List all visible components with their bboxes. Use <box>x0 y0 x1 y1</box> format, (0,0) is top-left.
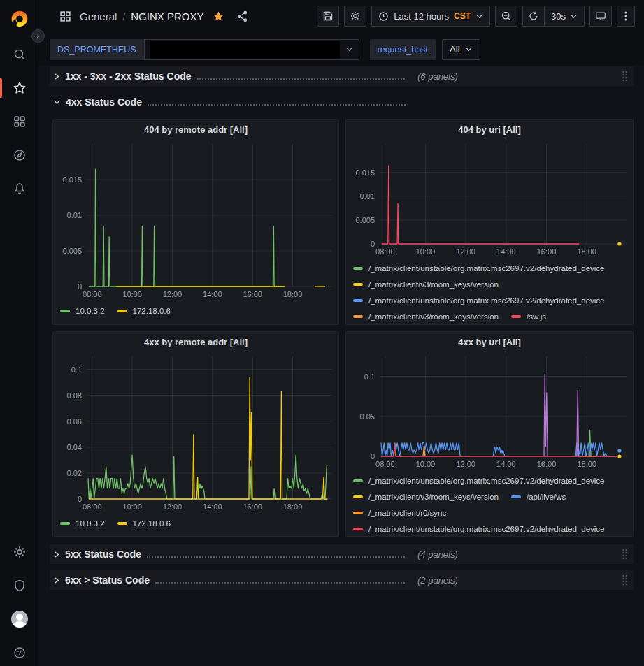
time-range-picker[interactable]: Last 12 hours CST <box>371 6 490 27</box>
svg-text:14:00: 14:00 <box>203 502 222 511</box>
kebab-menu-button[interactable] <box>617 6 635 27</box>
legend-series-color <box>60 310 70 312</box>
legend-series-label: /_matrix/client/v3/room_keys/version <box>368 493 499 501</box>
legend-series-label: /_matrix/client/v3/room_keys/version <box>368 280 499 289</box>
starred-icon[interactable] <box>0 74 38 102</box>
save-dashboard-button[interactable] <box>317 6 339 27</box>
favorite-star-icon[interactable] <box>209 8 227 26</box>
time-series-plot[interactable]: 00.050.108:0010:0012:0014:0016:0018:00 <box>349 354 630 472</box>
panel-title[interactable]: 4xx by remote addr [All] <box>53 332 338 352</box>
row-1xx-3xx-2xx[interactable]: 1xx - 3xx - 2xx Status Code (6 panels) <box>50 66 634 86</box>
legend-series-color <box>511 315 521 318</box>
legend-series-color <box>353 528 363 530</box>
legend-item[interactable]: 172.18.0.6 <box>117 515 171 531</box>
legend-item[interactable]: /_matrix/client/r0/sync <box>353 505 446 521</box>
legend-series-label: 172.18.0.6 <box>133 519 171 528</box>
time-series-plot[interactable]: 00.0050.010.01508:0010:0012:0014:0016:00… <box>56 142 336 303</box>
share-icon[interactable] <box>233 8 251 26</box>
legend-item[interactable]: /sw.js <box>511 308 546 324</box>
legend-item[interactable]: /_matrix/client/unstable/org.matrix.msc2… <box>353 472 605 488</box>
time-series-plot[interactable]: 00.020.040.060.080.108:0010:0012:0014:00… <box>56 354 336 515</box>
breadcrumb-section[interactable]: General <box>80 10 117 22</box>
alerting-bell-icon[interactable] <box>0 175 38 203</box>
grafana-logo[interactable] <box>9 9 30 30</box>
datasource-variable-select[interactable] <box>144 39 359 60</box>
panel-legend: /_matrix/client/unstable/org.matrix.msc2… <box>353 260 631 324</box>
row-4xx[interactable]: 4xx Status Code <box>50 92 634 112</box>
svg-text:08:00: 08:00 <box>83 290 102 298</box>
sidebar-expand-button[interactable]: › <box>31 29 45 43</box>
svg-text:12:00: 12:00 <box>163 502 183 511</box>
dashboards-icon[interactable] <box>0 108 38 136</box>
chart-svg: 00.0050.010.01508:0010:0012:0014:0016:00… <box>56 142 336 300</box>
tv-cycle-view-button[interactable] <box>589 6 612 27</box>
panel-title[interactable]: 404 by uri [All] <box>346 120 633 139</box>
legend-item[interactable]: /_matrix/client/unstable/org.matrix.msc2… <box>353 521 605 536</box>
legend-item[interactable]: /_matrix/client/unstable/org.matrix.msc2… <box>353 260 605 276</box>
legend-series-label: 10.0.3.2 <box>76 519 105 528</box>
explore-compass-icon[interactable] <box>0 141 38 169</box>
redacted-datasource-value <box>150 41 340 59</box>
svg-text:16:00: 16:00 <box>537 247 557 256</box>
row-drag-handle[interactable] <box>622 71 628 85</box>
row-drag-handle[interactable] <box>622 574 628 588</box>
top-navigation-bar: General / NGINX PROXY Last 12 hours CST <box>38 0 644 33</box>
legend-series-color <box>353 283 363 286</box>
help-icon[interactable]: ? <box>0 639 38 666</box>
refresh-button[interactable] <box>522 6 545 27</box>
chevron-right-icon <box>52 72 61 81</box>
time-series-plot[interactable]: 00.0050.010.01508:0010:0012:0014:0016:00… <box>349 142 630 260</box>
panel-legend: 10.0.3.2172.18.0.6 <box>60 303 337 324</box>
legend-item[interactable]: /_matrix/client/v3/room_keys/version <box>353 276 499 292</box>
svg-text:12:00: 12:00 <box>456 460 475 468</box>
zoom-out-time-button[interactable] <box>495 6 517 27</box>
panel-legend: /_matrix/client/unstable/org.matrix.msc2… <box>353 472 631 536</box>
row-6xx[interactable]: 6xx > Status Code (2 panels) <box>50 570 634 590</box>
user-avatar[interactable] <box>0 605 38 633</box>
svg-text:0.1: 0.1 <box>71 365 82 374</box>
svg-text:0.08: 0.08 <box>67 391 82 400</box>
svg-text:0.05: 0.05 <box>360 412 375 421</box>
legend-item[interactable]: 172.18.0.6 <box>117 303 171 319</box>
request-host-variable-select[interactable]: All <box>442 39 480 60</box>
admin-shield-icon[interactable] <box>0 572 38 600</box>
row-drag-handle[interactable] <box>622 549 628 563</box>
chevron-right-icon <box>52 576 61 585</box>
request-host-variable-label: request_host <box>370 39 436 60</box>
datasource-variable: DS_PROMETHEUS <box>50 39 359 60</box>
svg-text:0.1: 0.1 <box>364 372 375 381</box>
legend-item[interactable]: /_matrix/client/v3/room_keys/version <box>353 488 499 505</box>
legend-series-label: /_matrix/client/v3/room_keys/version <box>368 312 499 321</box>
apps-grid-icon[interactable] <box>56 8 74 26</box>
legend-item[interactable]: 10.0.3.2 <box>60 303 105 319</box>
row-dots-filler <box>147 550 405 558</box>
configuration-gear-icon[interactable] <box>0 538 38 566</box>
panel-title[interactable]: 404 by remote addr [All] <box>53 120 338 139</box>
dashboard-settings-button[interactable] <box>344 6 366 27</box>
svg-text:0: 0 <box>78 495 82 503</box>
chart-svg: 00.050.108:0010:0012:0014:0016:0018:00 <box>349 354 630 470</box>
legend-item[interactable]: /_matrix/client/unstable/org.matrix.msc2… <box>353 292 605 308</box>
row-5xx[interactable]: 5xx Status Code (4 panels) <box>50 544 634 564</box>
legend-series-color <box>511 495 521 498</box>
legend-series-label: /api/live/ws <box>527 493 566 501</box>
sidebar: › ? <box>0 0 38 666</box>
chart-svg: 00.020.040.060.080.108:0010:0012:0014:00… <box>56 354 336 512</box>
row-panel-count: (6 panels) <box>417 71 458 82</box>
request-host-variable: request_host All <box>370 39 480 60</box>
refresh-interval-select[interactable]: 30s <box>545 6 585 27</box>
svg-text:0.015: 0.015 <box>355 168 375 177</box>
row-dots-filler <box>155 576 405 584</box>
legend-series-color <box>353 479 363 482</box>
legend-item[interactable]: /_matrix/client/v3/room_keys/version <box>353 308 499 324</box>
svg-text:10:00: 10:00 <box>122 290 142 298</box>
row-title: 5xx Status Code <box>65 549 141 560</box>
legend-item[interactable]: /api/live/ws <box>511 488 566 505</box>
svg-text:0.005: 0.005 <box>355 216 375 224</box>
dashboard-variables-bar: DS_PROMETHEUS request_host All <box>38 33 644 66</box>
dashboard-title[interactable]: NGINX PROXY <box>131 10 203 22</box>
legend-item[interactable]: 10.0.3.2 <box>60 515 105 531</box>
panel-title[interactable]: 4xx by uri [All] <box>346 332 633 352</box>
legend-series-label: /sw.js <box>527 312 546 321</box>
search-icon[interactable] <box>0 41 38 68</box>
